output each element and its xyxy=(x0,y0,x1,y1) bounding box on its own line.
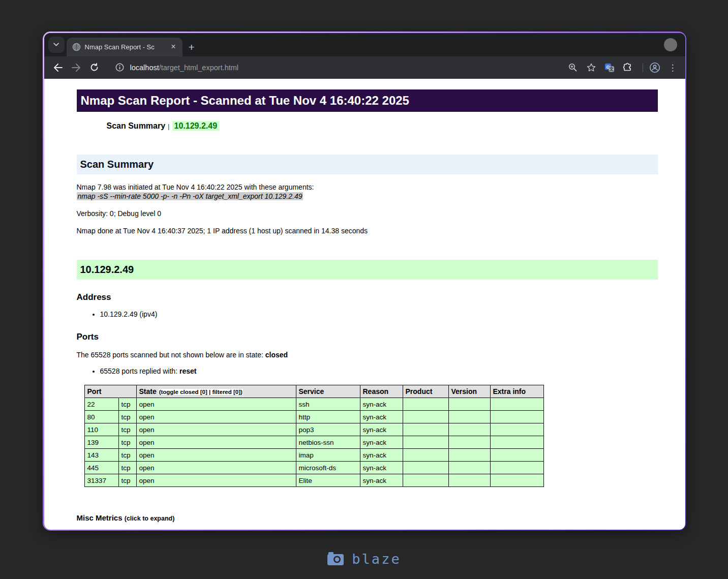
state-cell: open xyxy=(136,411,296,423)
version-cell xyxy=(448,462,490,474)
report-nav: Scan Summary|10.129.2.49 xyxy=(107,121,658,131)
service-cell: ssh xyxy=(296,398,360,411)
back-button[interactable] xyxy=(50,60,66,75)
nmap-command: nmap -sS --min-rate 5000 -p- -n -Pn -oX … xyxy=(77,192,304,200)
toolbar-right-icons: G 文 xyxy=(565,60,680,75)
nmap-report-page: Nmap Scan Report - Scanned at Tue Nov 4 … xyxy=(44,79,685,530)
chevron-down-icon xyxy=(53,42,59,47)
initiated-line: Nmap 7.98 was initiated at Tue Nov 4 16:… xyxy=(77,183,314,191)
port-row: 143tcpopenimapsyn-ack xyxy=(84,449,543,462)
state-header: State (toggle closed [0] | filtered [0]) xyxy=(136,385,296,398)
nav-scan-summary-link[interactable]: Scan Summary xyxy=(107,121,166,130)
tab-title: Nmap Scan Report - Sc xyxy=(85,43,169,51)
misc-metrics-label: Misc Metrics xyxy=(77,513,123,522)
translate-button[interactable]: G 文 xyxy=(602,60,617,75)
report-title: Nmap Scan Report - Scanned at Tue Nov 4 … xyxy=(77,89,658,112)
version-cell xyxy=(448,423,490,436)
product-header: Product xyxy=(403,385,448,398)
site-info-icon[interactable] xyxy=(115,63,124,72)
protocol-cell: tcp xyxy=(118,411,136,423)
profile-button[interactable] xyxy=(647,60,662,75)
new-tab-button[interactable]: + xyxy=(189,42,195,52)
browser-tab[interactable]: Nmap Scan Report - Sc × xyxy=(67,38,183,56)
extra-info-cell xyxy=(490,436,543,449)
bookmark-button[interactable] xyxy=(584,60,599,75)
reason-cell: syn-ack xyxy=(360,398,403,411)
state-header-label: State xyxy=(139,387,157,395)
product-cell xyxy=(403,398,448,411)
product-cell xyxy=(403,423,448,436)
nav-separator: | xyxy=(168,123,169,130)
misc-metrics-hint-text: (click to expand) xyxy=(125,515,175,522)
url-text[interactable]: localhost/target_html_export.html xyxy=(130,64,239,72)
service-cell: pop3 xyxy=(296,423,360,436)
service-cell: microsoft-ds xyxy=(296,462,360,474)
address-heading: Address xyxy=(77,292,658,302)
tab-search-button[interactable] xyxy=(48,37,65,53)
port-row: 80tcpopenhttpsyn-ack xyxy=(84,411,543,423)
tab-strip: Nmap Scan Report - Sc × + xyxy=(44,33,685,56)
toolbar-divider xyxy=(643,63,643,72)
reason-cell: syn-ack xyxy=(360,436,403,449)
star-icon xyxy=(587,63,596,72)
window-avatar-circle[interactable] xyxy=(664,38,677,51)
port-cell: 445 xyxy=(84,462,118,474)
port-row: 22tcpopensshsyn-ack xyxy=(84,398,543,411)
forward-button[interactable] xyxy=(69,60,84,75)
ports-replied-value: reset xyxy=(179,367,196,375)
state-toggle-links[interactable]: (toggle closed [0] | filtered [0]) xyxy=(159,389,243,395)
ports-heading: Ports xyxy=(77,332,658,342)
ports-table-header-row: Port State (toggle closed [0] | filtered… xyxy=(84,385,543,398)
reason-cell: syn-ack xyxy=(360,411,403,423)
browser-chrome: Nmap Scan Report - Sc × + xyxy=(44,33,685,530)
profile-avatar-icon xyxy=(649,62,660,73)
nmap-done-line: Nmap done at Tue Nov 4 16:40:37 2025; 1 … xyxy=(77,226,658,235)
extra-info-cell xyxy=(490,423,543,436)
desktop-background: Nmap Scan Report - Sc × + xyxy=(0,0,728,579)
protocol-cell: tcp xyxy=(118,474,136,487)
ports-note-state: closed xyxy=(265,351,288,359)
address-bar[interactable]: localhost/target_html_export.html xyxy=(108,63,565,72)
misc-metrics-toggle[interactable]: Misc Metrics (click to expand) xyxy=(77,513,658,522)
zoom-button[interactable] xyxy=(565,60,581,75)
version-cell xyxy=(448,449,490,462)
ports-note: The 65528 ports scanned but not shown be… xyxy=(77,350,658,359)
browser-menu-button[interactable]: ⋮ xyxy=(665,63,680,73)
globe-favicon-icon xyxy=(72,43,81,51)
version-cell xyxy=(448,474,490,487)
extra-info-cell xyxy=(490,411,543,423)
port-cell: 139 xyxy=(84,436,118,449)
protocol-cell: tcp xyxy=(118,462,136,474)
service-header: Service xyxy=(296,385,360,398)
port-row: 445tcpopenmicrosoft-dssyn-ack xyxy=(84,462,543,474)
service-cell: netbios-ssn xyxy=(296,436,360,449)
reload-button[interactable] xyxy=(87,60,102,75)
reason-cell: syn-ack xyxy=(360,474,403,487)
reason-cell: syn-ack xyxy=(360,449,403,462)
state-cell: open xyxy=(136,398,296,411)
url-host: localhost xyxy=(130,64,159,72)
service-cell: Elite xyxy=(296,474,360,487)
protocol-cell: tcp xyxy=(118,423,136,436)
back-arrow-icon xyxy=(53,64,63,72)
extensions-button[interactable] xyxy=(620,60,635,75)
camera-icon xyxy=(327,552,344,566)
tab-close-icon[interactable]: × xyxy=(169,42,178,52)
state-cell: open xyxy=(136,423,296,436)
service-cell: imap xyxy=(296,449,360,462)
protocol-cell: tcp xyxy=(118,449,136,462)
ports-table: Port State (toggle closed [0] | filtered… xyxy=(84,385,544,487)
ports-note-prefix: The 65528 ports scanned but not shown be… xyxy=(77,351,265,359)
product-cell xyxy=(403,411,448,423)
nav-host-link[interactable]: 10.129.2.49 xyxy=(172,121,220,131)
reason-header: Reason xyxy=(360,385,403,398)
service-cell: http xyxy=(296,411,360,423)
port-cell: 143 xyxy=(84,449,118,462)
extra-info-cell xyxy=(490,462,543,474)
extra-info-cell xyxy=(490,398,543,411)
ports-replied-item: 65528 ports replied with: reset xyxy=(100,367,658,376)
forward-arrow-icon xyxy=(72,64,81,72)
port-row: 110tcpopenpop3syn-ack xyxy=(84,423,543,436)
state-cell: open xyxy=(136,474,296,487)
protocol-cell: tcp xyxy=(118,436,136,449)
